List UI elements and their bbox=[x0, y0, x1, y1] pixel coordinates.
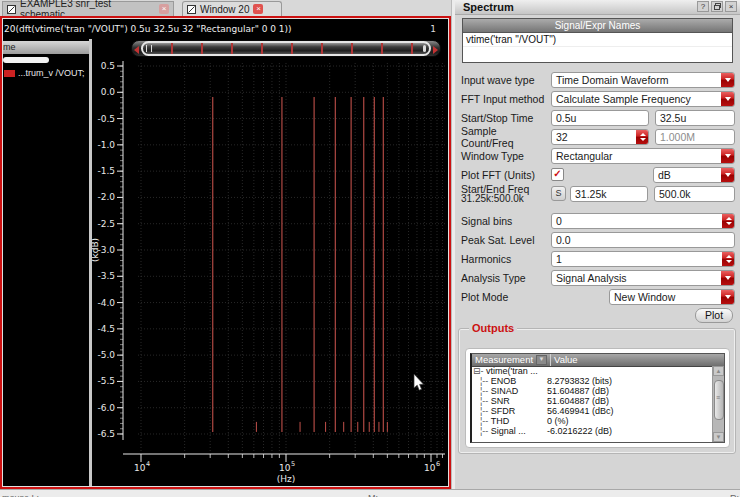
measurement-column-header[interactable]: Measurement bbox=[475, 354, 533, 366]
tab-schematic[interactable]: EXAMPLE3 snr_test schematic × bbox=[2, 1, 174, 16]
scroll-down-icon[interactable]: ▼ bbox=[713, 432, 724, 442]
trace-legend-label: ...trum_v /VOUT; bbox=[18, 68, 85, 78]
svg-text:-5.0: -5.0 bbox=[97, 350, 115, 360]
name-column-header[interactable]: me bbox=[3, 41, 89, 54]
start-stop-time-label: Start/Stop Time bbox=[461, 112, 551, 124]
chevron-down-icon[interactable] bbox=[721, 167, 735, 183]
start-freq-field[interactable]: 31.25k bbox=[570, 186, 648, 202]
status-left: mouse L: bbox=[2, 493, 39, 497]
svg-text:-2.0: -2.0 bbox=[97, 192, 115, 202]
tab-window20[interactable]: Window 20 × bbox=[182, 1, 282, 16]
tab-schematic-close-icon[interactable]: × bbox=[159, 4, 169, 14]
output-row[interactable]: ¦-- ENOB8.2793832 (bits) bbox=[472, 376, 713, 386]
fft-input-method-select[interactable]: Calculate Sample Frequency bbox=[551, 91, 735, 107]
svg-text:-2.5: -2.5 bbox=[97, 219, 115, 229]
fft-input-method-value: Calculate Sample Frequency bbox=[556, 93, 691, 105]
signal-bins-label: Signal bins bbox=[461, 215, 551, 227]
sample-count-field[interactable]: 32 bbox=[551, 129, 649, 145]
output-row[interactable]: ¦-- THD0 (%) bbox=[472, 416, 713, 426]
plot-fft-checkbox[interactable]: ✓ bbox=[551, 168, 564, 181]
input-wave-type-select[interactable]: Time Domain Waveform bbox=[551, 72, 735, 88]
window-type-value: Rectangular bbox=[556, 150, 613, 162]
scrollbar-thumb[interactable] bbox=[714, 380, 724, 420]
restore-icon[interactable] bbox=[711, 1, 723, 12]
plot-mode-select[interactable]: New Window bbox=[609, 289, 735, 305]
close-icon[interactable]: × bbox=[725, 1, 737, 12]
chevron-down-icon[interactable] bbox=[721, 72, 735, 88]
analysis-type-select[interactable]: Signal Analysis bbox=[551, 270, 735, 286]
spinner-icon[interactable] bbox=[636, 129, 649, 145]
output-row[interactable]: ⊟- vtime('tran ... bbox=[472, 366, 713, 376]
outputs-legend: Outputs bbox=[469, 322, 517, 334]
screen: EXAMPLE3 snr_test schematic × Window 20 … bbox=[0, 0, 740, 497]
tab-window20-label: Window 20 bbox=[200, 4, 249, 15]
trace-sidebar: me ...trum_v /VOUT; bbox=[3, 39, 89, 486]
chevron-down-icon[interactable] bbox=[721, 270, 735, 286]
trace-color-swatch bbox=[4, 70, 15, 77]
svg-text:0.5: 0.5 bbox=[101, 61, 115, 71]
sort-icon[interactable]: ▼ bbox=[536, 355, 547, 365]
panel-title: Spectrum bbox=[463, 1, 514, 13]
svg-text:5: 5 bbox=[291, 460, 295, 468]
spectrum-plot[interactable]: 0.50.0-0.5-1.0-1.5-2.0-2.5-3.0-3.5-4.0-4… bbox=[92, 39, 452, 488]
input-wave-type-label: Input wave type bbox=[461, 74, 551, 86]
units-select[interactable]: dB bbox=[653, 167, 735, 183]
trace-number: 1 bbox=[430, 19, 436, 39]
outputs-table[interactable]: Measurement ▼ Value ⊟- vtime('tran ...¦-… bbox=[470, 353, 725, 443]
output-row[interactable]: ¦-- SNR51.604887 (dB) bbox=[472, 396, 713, 406]
svg-text:-3.0: -3.0 bbox=[97, 245, 115, 255]
fft-input-method-label: FFT Input method bbox=[461, 93, 551, 105]
outputs-scrollbar[interactable]: ▲ ▼ bbox=[712, 366, 724, 442]
signal-bins-field[interactable]: 0 bbox=[551, 213, 735, 229]
svg-text:-0.5: -0.5 bbox=[97, 114, 115, 124]
stop-time-field[interactable]: 32.5u bbox=[655, 110, 735, 126]
sample-freq-field[interactable]: 1.000M bbox=[655, 129, 735, 145]
svg-text:10: 10 bbox=[424, 463, 436, 473]
row-start-stop-time: Start/Stop Time 0.5u 32.5u bbox=[461, 109, 735, 126]
slider-thumb[interactable] bbox=[141, 41, 431, 56]
chevron-down-icon[interactable] bbox=[721, 148, 735, 164]
value-column-header[interactable]: Value bbox=[551, 354, 724, 366]
input-wave-type-value: Time Domain Waveform bbox=[556, 74, 668, 86]
row-sample-count-freq: Sample Count/Freq 32 1.000M bbox=[461, 128, 735, 145]
signal-expr-item[interactable]: vtime('tran "/VOUT") bbox=[463, 33, 732, 47]
window-icon bbox=[7, 5, 16, 14]
output-row[interactable]: ¦-- Signal ...-6.0216222 (dB) bbox=[472, 426, 713, 436]
svg-text:-6.5: -6.5 bbox=[97, 429, 115, 439]
row-window-type: Window Type Rectangular bbox=[461, 147, 735, 164]
status-right: R: bbox=[730, 493, 739, 497]
row-peak-sat-level: Peak Sat. Level 0.0 bbox=[461, 231, 735, 248]
frequency-range-slider[interactable] bbox=[131, 40, 441, 57]
spinner-icon[interactable] bbox=[722, 251, 735, 267]
slider-right-arrow-icon[interactable] bbox=[433, 46, 438, 54]
output-row[interactable]: ¦-- SINAD51.604887 (dB) bbox=[472, 386, 713, 396]
row-harmonics: Harmonics 1 bbox=[461, 250, 735, 267]
peak-sat-level-field[interactable]: 0.0 bbox=[551, 232, 735, 248]
harmonics-field[interactable]: 1 bbox=[551, 251, 735, 267]
trace-legend-item[interactable]: ...trum_v /VOUT; bbox=[4, 68, 85, 78]
tab-window20-close-icon[interactable]: × bbox=[253, 4, 263, 14]
panel-titlebar[interactable]: Spectrum ? × bbox=[455, 0, 740, 15]
plot-area[interactable]: 0.50.0-0.5-1.0-1.5-2.0-2.5-3.0-3.5-4.0-4… bbox=[92, 39, 448, 486]
help-icon[interactable]: ? bbox=[697, 1, 709, 12]
s-button[interactable]: S bbox=[551, 186, 566, 201]
row-analysis-type: Analysis Type Signal Analysis bbox=[461, 269, 735, 286]
scroll-up-icon[interactable]: ▲ bbox=[713, 366, 724, 376]
slider-left-arrow-icon[interactable] bbox=[134, 46, 139, 54]
signal-bins-value: 0 bbox=[556, 215, 562, 227]
end-freq-field[interactable]: 500.0k bbox=[654, 186, 735, 202]
signal-expr-list[interactable]: Signal/Expr Names vtime('tran "/VOUT") bbox=[462, 18, 733, 63]
output-row[interactable]: ¦-- SFDR56.469941 (dBc) bbox=[472, 406, 713, 416]
spinner-icon[interactable] bbox=[722, 213, 735, 229]
sidebar-scroll-pill[interactable] bbox=[3, 57, 49, 63]
svg-text:(Hz): (Hz) bbox=[277, 474, 296, 484]
sample-count-value: 32 bbox=[556, 131, 568, 143]
expression-bar[interactable]: 20(dft(vtime('tran "/VOUT") 0.5u 32.5u 3… bbox=[3, 19, 448, 39]
start-time-field[interactable]: 0.5u bbox=[551, 110, 649, 126]
signal-expr-list-header: Signal/Expr Names bbox=[463, 19, 732, 33]
chevron-down-icon[interactable] bbox=[721, 91, 735, 107]
svg-text:10: 10 bbox=[134, 463, 146, 473]
plot-button[interactable]: Plot bbox=[695, 308, 733, 323]
window-type-select[interactable]: Rectangular bbox=[551, 148, 735, 164]
chevron-down-icon[interactable] bbox=[721, 289, 735, 305]
